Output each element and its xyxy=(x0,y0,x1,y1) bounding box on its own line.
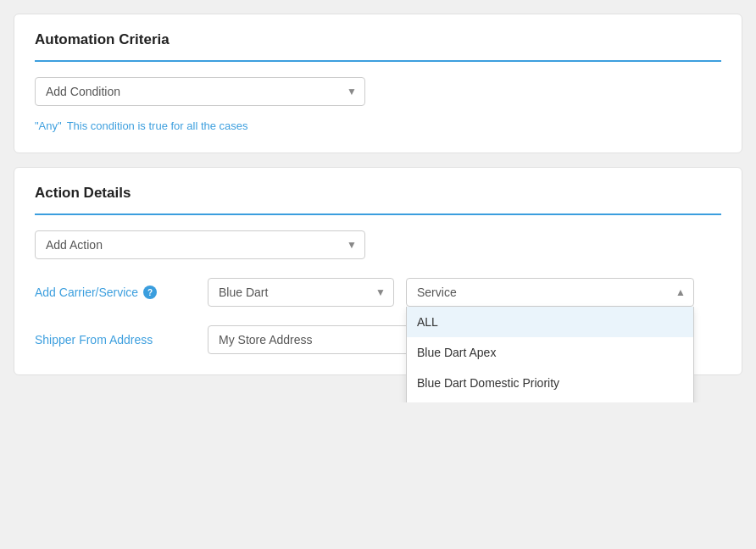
add-condition-wrapper: Add Condition xyxy=(35,77,365,106)
service-container: Service ALL Blue Dart Apex Blue Dart Dom… xyxy=(406,278,694,307)
condition-description: This condition is true for all the cases xyxy=(67,119,248,132)
action-details-title: Action Details xyxy=(35,185,721,215)
carrier-service-label: Add Carrier/Service ? xyxy=(35,278,196,299)
carrier-select-wrapper[interactable]: Blue Dart FedEx DHL UPS xyxy=(208,278,394,307)
shipper-address-label: Shipper From Address xyxy=(35,325,196,347)
any-label[interactable]: "Any" xyxy=(35,119,62,132)
carrier-service-label-text: Add Carrier/Service xyxy=(35,286,138,299)
condition-info: "Any" This condition is true for all the… xyxy=(35,119,721,132)
service-option-all[interactable]: ALL xyxy=(407,307,693,337)
automation-criteria-card: Automation Criteria Add Condition "Any" … xyxy=(14,14,742,153)
automation-criteria-title: Automation Criteria xyxy=(35,31,721,62)
add-action-wrapper: Add Action xyxy=(35,230,365,259)
add-action-select-wrapper[interactable]: Add Action xyxy=(35,230,365,259)
help-icon[interactable]: ? xyxy=(143,286,157,299)
service-option-apex[interactable]: Blue Dart Apex xyxy=(407,337,693,368)
service-select-wrapper[interactable]: Service ALL Blue Dart Apex Blue Dart Dom… xyxy=(406,278,694,307)
service-select[interactable]: Service ALL Blue Dart Apex Blue Dart Dom… xyxy=(406,278,694,307)
service-option-surfaceline[interactable]: Blue Dart Surfaceline xyxy=(407,398,693,402)
add-condition-select[interactable]: Add Condition xyxy=(35,77,365,106)
add-condition-select-wrapper[interactable]: Add Condition xyxy=(35,77,365,106)
shipper-address-label-text: Shipper From Address xyxy=(35,333,153,347)
action-details-card: Action Details Add Action Add Carrier/Se… xyxy=(14,167,742,375)
carrier-select[interactable]: Blue Dart FedEx DHL UPS xyxy=(208,278,394,307)
add-action-select[interactable]: Add Action xyxy=(35,230,365,259)
service-option-domestic-priority[interactable]: Blue Dart Domestic Priority xyxy=(407,368,693,398)
service-dropdown: ALL Blue Dart Apex Blue Dart Domestic Pr… xyxy=(406,307,694,402)
carrier-service-row: Add Carrier/Service ? Blue Dart FedEx DH… xyxy=(35,278,721,307)
